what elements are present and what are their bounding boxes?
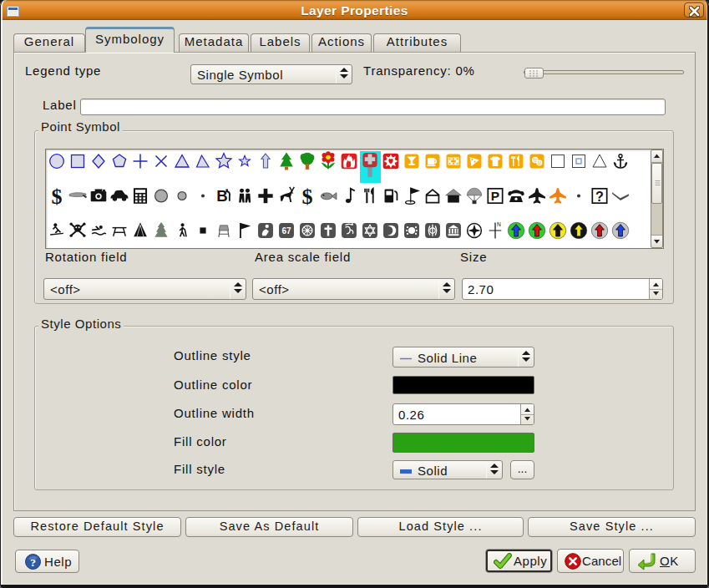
svg-text:67: 67 bbox=[281, 226, 291, 236]
svg-text:?: ? bbox=[595, 189, 604, 204]
svg-text:N: N bbox=[497, 221, 501, 227]
svg-text:$: $ bbox=[51, 185, 62, 209]
svg-text:$: $ bbox=[301, 185, 312, 209]
svg-text:?: ? bbox=[30, 556, 36, 569]
svg-text:P: P bbox=[491, 189, 499, 203]
